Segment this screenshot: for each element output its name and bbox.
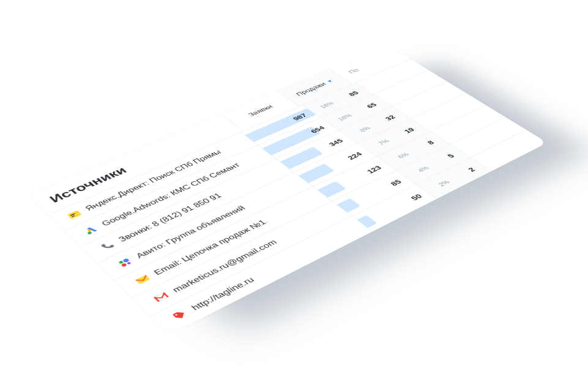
requests-value: 345 <box>326 138 344 148</box>
gmail-icon <box>151 291 171 304</box>
yandex-direct-icon <box>65 209 83 220</box>
yandex-mail-icon <box>133 274 152 286</box>
requests-value: 85 <box>388 178 403 187</box>
sales-percent: 4% <box>403 163 435 179</box>
requests-value: 224 <box>345 151 363 160</box>
svg-rect-12 <box>154 293 169 302</box>
svg-rect-10 <box>135 275 150 284</box>
svg-point-9 <box>126 262 131 265</box>
svg-rect-0 <box>67 211 81 219</box>
svg-point-6 <box>118 261 124 264</box>
svg-point-8 <box>121 263 127 267</box>
google-adwords-icon <box>81 225 99 236</box>
svg-point-5 <box>87 231 92 235</box>
sources-table-card: Источники Заявки Продажи ▼ По Яндекс.Дир… <box>27 45 548 335</box>
sort-indicator-icon: ▼ <box>325 79 334 84</box>
sales-percent: 6% <box>383 149 414 166</box>
sales-percent: 2% <box>423 176 455 193</box>
sales-column-label: Продажи <box>294 81 327 97</box>
requests-value: 123 <box>364 164 382 174</box>
phone-icon <box>98 241 116 252</box>
tag-icon <box>170 308 190 322</box>
avito-icon <box>115 256 133 269</box>
requests-value: 50 <box>408 193 423 202</box>
